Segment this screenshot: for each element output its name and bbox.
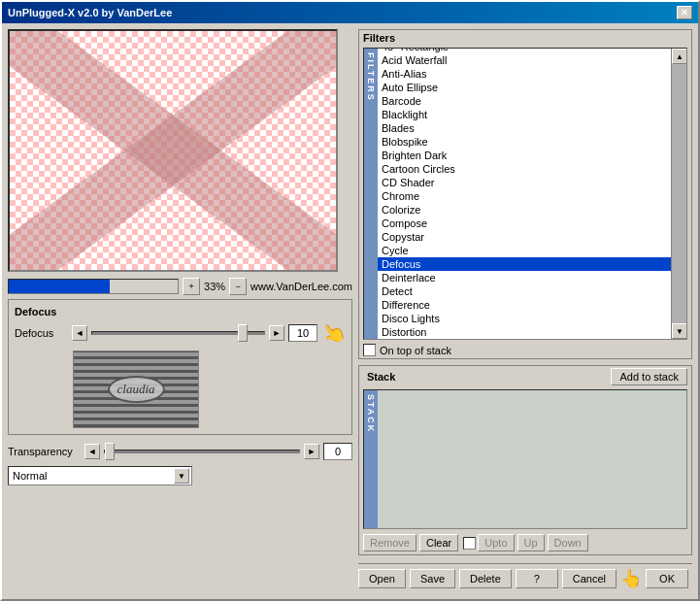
filters-list-container: FILTERS 45° RectangleAcid WaterfallAnti-… bbox=[363, 48, 687, 340]
defocus-slider-thumb[interactable] bbox=[238, 324, 248, 342]
filter-item[interactable]: Colorize bbox=[378, 203, 671, 217]
left-panel: + 33% − www.VanDerLee.com Defocus Defocu… bbox=[8, 29, 352, 593]
scrollbar-up-button[interactable]: ▲ bbox=[672, 49, 687, 64]
filter-item[interactable]: Cartoon Circles bbox=[378, 162, 671, 176]
progress-bar-container bbox=[8, 279, 179, 294]
title-bar: UnPlugged-X v2.0 by VanDerLee ✕ bbox=[2, 2, 698, 23]
cancel-button[interactable]: Cancel bbox=[562, 569, 617, 588]
cancel-hand-icon: 👆 bbox=[620, 568, 642, 589]
blend-mode-value: Normal bbox=[13, 470, 47, 482]
transparency-slider-thumb[interactable] bbox=[105, 443, 115, 460]
preview-area bbox=[8, 29, 338, 272]
filter-item[interactable]: Chrome bbox=[378, 189, 671, 203]
progress-url: www.VanDerLee.com bbox=[250, 281, 352, 292]
filters-sidebar: FILTERS bbox=[364, 49, 378, 339]
defocus-group-title: Defocus bbox=[15, 306, 346, 317]
filter-item[interactable]: Defocus bbox=[378, 257, 671, 271]
blend-mode-dropdown[interactable]: Normal ▼ bbox=[8, 466, 192, 485]
defocus-slider-right[interactable]: ► bbox=[269, 325, 284, 341]
on-top-label: On top of stack bbox=[380, 345, 451, 356]
transparency-slider-right[interactable]: ► bbox=[304, 444, 319, 459]
save-button[interactable]: Save bbox=[410, 569, 455, 588]
on-top-row: On top of stack bbox=[359, 342, 691, 358]
transparency-slider-track[interactable] bbox=[104, 450, 300, 453]
transparency-slider-left[interactable]: ◄ bbox=[84, 444, 100, 459]
x-overlay bbox=[10, 31, 336, 270]
filter-item[interactable]: Auto Ellipse bbox=[378, 81, 671, 94]
defocus-slider-track[interactable] bbox=[91, 331, 265, 335]
stack-buttons-row: Remove Clear Upto Up Down bbox=[359, 531, 691, 554]
defocus-group: Defocus Defocus ◄ ► 👆 bbox=[8, 299, 352, 435]
hand-pointer-icon: 👆 bbox=[317, 317, 350, 349]
filters-scrollbar: ▲ ▼ bbox=[671, 49, 686, 339]
remove-button[interactable]: Remove bbox=[363, 534, 417, 551]
filter-item[interactable]: Barcode bbox=[378, 94, 671, 108]
filter-item[interactable]: Blacklight bbox=[378, 108, 671, 121]
right-panel: Filters FILTERS 45° RectangleAcid Waterf… bbox=[358, 29, 692, 593]
filter-item[interactable]: Deinterlace bbox=[378, 271, 671, 284]
filter-item[interactable]: Detect bbox=[378, 284, 671, 298]
progress-bar-fill bbox=[9, 280, 110, 293]
upto-button[interactable]: Upto bbox=[478, 534, 514, 551]
add-to-stack-button[interactable]: Add to stack bbox=[611, 368, 687, 385]
progress-minus-button[interactable]: − bbox=[229, 278, 247, 295]
filter-item[interactable]: Compose bbox=[378, 217, 671, 230]
stack-content: STACK bbox=[363, 389, 687, 529]
defocus-value-group: 👆 bbox=[288, 321, 346, 345]
help-button[interactable]: ? bbox=[516, 569, 558, 588]
filter-item[interactable]: Brighten Dark bbox=[378, 149, 671, 162]
filter-item[interactable]: Cycle bbox=[378, 244, 671, 257]
defocus-value-input[interactable] bbox=[288, 324, 317, 342]
transparency-row: Transparency ◄ ► bbox=[8, 443, 352, 460]
progress-percent: 33% bbox=[204, 281, 225, 292]
filter-item[interactable]: Blades bbox=[378, 121, 671, 135]
defocus-slider-left[interactable]: ◄ bbox=[72, 325, 87, 341]
transparency-label: Transparency bbox=[8, 446, 81, 457]
stack-items-list bbox=[378, 390, 686, 528]
stack-header: Stack Add to stack bbox=[359, 366, 691, 387]
filters-label: Filters bbox=[359, 30, 691, 46]
filters-sidebar-letters: FILTERS bbox=[366, 52, 376, 102]
filter-item[interactable]: Distortion bbox=[378, 325, 671, 339]
filter-item[interactable]: Acid Waterfall bbox=[378, 53, 671, 67]
filter-item[interactable]: Copystar bbox=[378, 230, 671, 244]
thumbnail-label: claudia bbox=[108, 376, 165, 403]
on-top-checkbox[interactable] bbox=[363, 344, 376, 356]
filter-item[interactable]: Anti-Alias bbox=[378, 67, 671, 81]
scrollbar-track bbox=[672, 64, 686, 323]
dropdown-arrow-icon: ▼ bbox=[174, 468, 189, 484]
title-bar-controls: ✕ bbox=[677, 6, 692, 19]
stack-group: Stack Add to stack STACK Remove Clear Up… bbox=[358, 365, 692, 555]
filter-item[interactable]: CD Shader bbox=[378, 176, 671, 189]
main-window: UnPlugged-X v2.0 by VanDerLee ✕ bbox=[0, 0, 700, 601]
defocus-slider-row: Defocus ◄ ► 👆 bbox=[15, 321, 346, 345]
filter-item[interactable]: Disco Lights bbox=[378, 312, 671, 325]
transparency-value-input[interactable] bbox=[323, 443, 352, 460]
filters-group: Filters FILTERS 45° RectangleAcid Waterf… bbox=[358, 29, 692, 359]
delete-button[interactable]: Delete bbox=[459, 569, 512, 588]
open-button[interactable]: Open bbox=[358, 569, 406, 588]
scrollbar-down-button[interactable]: ▼ bbox=[672, 323, 687, 339]
progress-bar-row: + 33% − www.VanDerLee.com bbox=[8, 278, 352, 295]
stack-label: Stack bbox=[363, 369, 399, 384]
bottom-buttons: Open Save Delete ? Cancel 👆 OK bbox=[358, 563, 692, 593]
filter-item[interactable]: Blobspike bbox=[378, 135, 671, 149]
close-button[interactable]: ✕ bbox=[677, 6, 692, 19]
filter-item[interactable]: Difference bbox=[378, 298, 671, 312]
cancel-group: Cancel 👆 bbox=[562, 568, 642, 589]
dropdown-row: Normal ▼ bbox=[8, 466, 352, 485]
down-button[interactable]: Down bbox=[548, 534, 588, 551]
defocus-thumbnail: claudia bbox=[73, 351, 199, 428]
content-area: + 33% − www.VanDerLee.com Defocus Defocu… bbox=[2, 23, 698, 599]
window-title: UnPlugged-X v2.0 by VanDerLee bbox=[8, 7, 172, 18]
stack-sidebar: STACK bbox=[364, 390, 378, 528]
defocus-slider-label: Defocus bbox=[15, 327, 68, 339]
progress-plus-button[interactable]: + bbox=[183, 278, 200, 295]
up-button[interactable]: Up bbox=[517, 534, 545, 551]
stack-sidebar-letters: STACK bbox=[366, 394, 376, 433]
ok-button[interactable]: OK bbox=[646, 569, 688, 588]
filters-list[interactable]: 45° RectangleAcid WaterfallAnti-AliasAut… bbox=[378, 49, 671, 339]
upto-checkbox[interactable] bbox=[463, 537, 476, 550]
clear-button[interactable]: Clear bbox=[419, 534, 458, 551]
